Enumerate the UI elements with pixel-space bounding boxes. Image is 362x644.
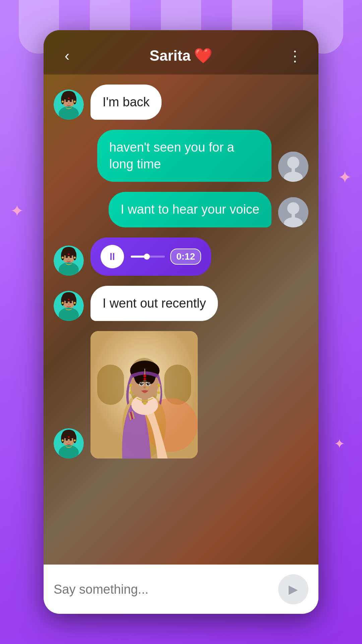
heart-icon: ❤️ [194, 47, 213, 64]
svg-point-81 [129, 391, 132, 394]
pause-icon: ⏸ [107, 251, 117, 262]
message-bubble: I'm back [90, 85, 162, 120]
svg-point-24 [73, 251, 76, 260]
avatar-user [278, 152, 308, 182]
svg-point-38 [66, 301, 68, 303]
more-options-button[interactable]: ⋮ [285, 47, 305, 64]
svg-rect-19 [292, 214, 295, 218]
svg-point-52 [68, 441, 69, 442]
svg-rect-15 [292, 168, 295, 172]
message-row: I'm back [54, 85, 308, 120]
message-input[interactable] [54, 582, 272, 597]
message-row: haven't seen you for a long time [54, 130, 308, 182]
message-bubble: haven't seen you for a long time [97, 130, 272, 182]
message-row [54, 331, 308, 459]
svg-point-6 [66, 100, 68, 102]
avatar-user [278, 197, 308, 227]
svg-point-85 [143, 401, 146, 405]
svg-point-30 [62, 257, 64, 259]
svg-point-23 [61, 251, 64, 260]
svg-point-79 [129, 384, 132, 387]
svg-point-42 [62, 302, 64, 304]
message-text: haven't seen you for a long time [109, 140, 234, 171]
voice-message[interactable]: ⏸ 0:12 [90, 237, 211, 276]
svg-point-84 [158, 391, 160, 394]
chat-header: ‹ Sarita ❤️ ⋮ [44, 30, 318, 74]
voice-duration: 0:12 [170, 249, 201, 265]
svg-point-55 [74, 439, 76, 441]
svg-point-40 [68, 304, 69, 305]
message-bubble: I went out recently [90, 286, 218, 321]
svg-point-8 [68, 103, 69, 104]
avatar-sarita [54, 291, 84, 321]
message-row: ⏸ 0:12 [54, 237, 308, 276]
contact-name: Sarita [149, 47, 190, 64]
svg-point-7 [70, 100, 72, 102]
input-area: ▶ [44, 565, 318, 614]
svg-point-11 [74, 101, 76, 103]
message-bubble: I want to hear your voice [109, 192, 272, 227]
send-button[interactable]: ▶ [278, 574, 308, 604]
svg-point-35 [61, 296, 64, 306]
svg-point-50 [66, 439, 68, 441]
back-button[interactable]: ‹ [57, 47, 77, 64]
svg-point-70 [144, 378, 146, 380]
message-text: I'm back [103, 95, 149, 109]
svg-point-49 [68, 436, 70, 438]
svg-point-4 [73, 95, 76, 104]
avatar-sarita [54, 90, 84, 120]
svg-point-36 [73, 296, 76, 306]
chat-window: ‹ Sarita ❤️ ⋮ [44, 30, 318, 614]
svg-point-28 [68, 259, 69, 260]
svg-point-13 [287, 157, 299, 169]
photo-message[interactable] [90, 331, 198, 459]
svg-point-26 [66, 256, 68, 258]
message-row: I want to hear your voice [54, 192, 308, 227]
svg-point-47 [61, 434, 64, 443]
svg-point-27 [70, 256, 72, 258]
message-text: I went out recently [103, 296, 206, 310]
svg-point-48 [73, 434, 76, 443]
message-row: I went out recently [54, 286, 308, 321]
svg-point-31 [74, 257, 76, 259]
voice-progress-bar: 0:12 [131, 249, 201, 265]
svg-point-69 [143, 375, 146, 377]
pause-button[interactable]: ⏸ [101, 245, 124, 268]
messages-area: I'm back haven't seen you for a long tim… [44, 74, 318, 565]
svg-point-51 [70, 439, 72, 441]
svg-point-37 [68, 299, 70, 300]
avatar-sarita [54, 428, 84, 459]
svg-point-17 [287, 202, 299, 214]
svg-point-43 [74, 302, 76, 304]
avatar-sarita [54, 246, 84, 276]
svg-point-5 [68, 98, 70, 99]
progress-track [131, 256, 165, 258]
header-title: Sarita ❤️ [149, 47, 212, 64]
message-text: I want to hear your voice [121, 202, 259, 216]
svg-point-25 [68, 253, 70, 255]
svg-point-3 [61, 95, 64, 104]
svg-point-82 [157, 384, 161, 387]
progress-handle[interactable] [144, 254, 150, 260]
svg-point-54 [62, 439, 64, 441]
svg-point-10 [62, 101, 64, 103]
svg-point-39 [70, 301, 72, 303]
send-icon: ▶ [289, 582, 298, 596]
svg-rect-57 [97, 365, 124, 405]
